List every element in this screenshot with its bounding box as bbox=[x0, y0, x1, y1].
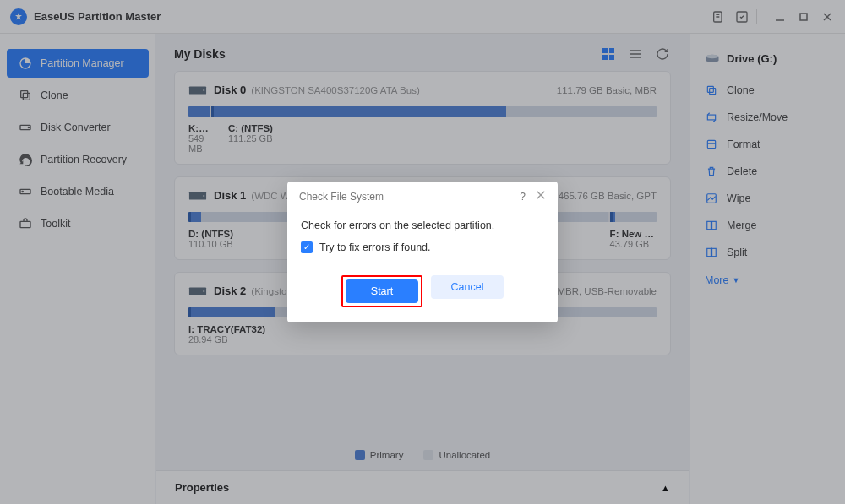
fix-errors-checkbox[interactable]: ✓ Try to fix errors if found. bbox=[301, 241, 544, 253]
checkbox-label: Try to fix errors if found. bbox=[319, 241, 431, 253]
help-icon[interactable]: ? bbox=[520, 191, 526, 203]
start-highlight: Start bbox=[341, 275, 422, 307]
dialog-title: Check File System bbox=[299, 191, 384, 203]
dialog-message: Check for errors on the selected partiti… bbox=[301, 219, 544, 231]
start-button[interactable]: Start bbox=[346, 279, 418, 303]
close-icon[interactable] bbox=[536, 190, 546, 203]
check-fs-dialog: Check File System ? Check for errors on … bbox=[287, 182, 558, 322]
checkbox-checked-icon: ✓ bbox=[301, 241, 313, 253]
dialog-header: Check File System ? bbox=[287, 182, 558, 211]
dialog-footer: Start Cancel bbox=[287, 275, 558, 322]
dialog-body: Check for errors on the selected partiti… bbox=[287, 211, 558, 275]
cancel-button[interactable]: Cancel bbox=[431, 275, 504, 299]
modal-overlay: Check File System ? Check for errors on … bbox=[0, 0, 845, 504]
